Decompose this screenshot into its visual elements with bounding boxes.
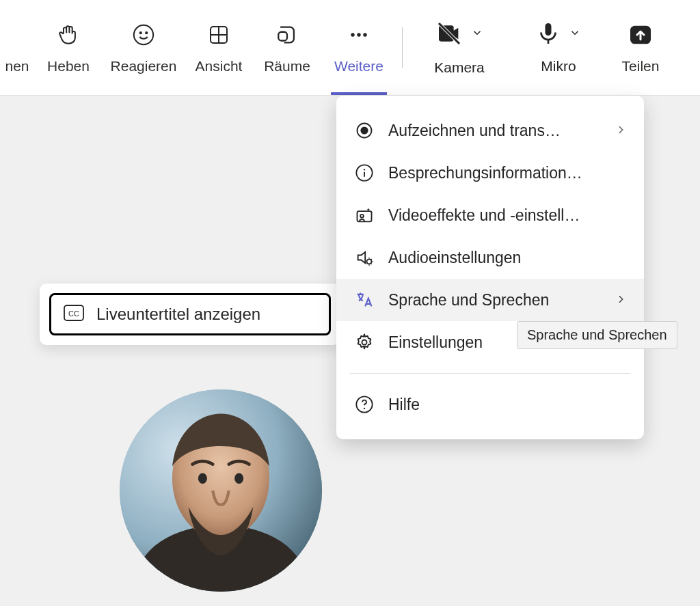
chevron-down-icon[interactable] — [471, 27, 483, 42]
tooltip-text: Sprache und Sprechen — [527, 327, 667, 342]
menu-label: Hilfe — [388, 396, 626, 414]
toolbar-label: Teilen — [622, 58, 660, 74]
toolbar-label: Kamera — [434, 59, 485, 76]
toolbar-item-rooms[interactable]: Räume — [253, 0, 321, 95]
menu-label: Audioeinstellungen — [388, 249, 626, 267]
language-submenu: CC Liveuntertitel anzeigen — [40, 284, 340, 345]
smile-icon — [132, 21, 155, 49]
toolbar-item-view[interactable]: Ansicht — [185, 0, 253, 95]
more-menu: Aufzeichnen und trans… Besprechungsinfor… — [336, 96, 644, 439]
svg-point-20 — [361, 127, 367, 133]
menu-label: Videoeffekte und -einstell… — [388, 206, 626, 225]
meeting-toolbar: nen Heben Reagieren Ansicht — [0, 0, 700, 96]
toolbar-label: Räume — [264, 58, 310, 74]
chevron-down-icon[interactable] — [569, 27, 581, 42]
toolbar-label: Weitere — [334, 58, 383, 74]
toolbar-item-react[interactable]: Reagieren — [103, 0, 185, 95]
toolbar-item-more[interactable]: Weitere — [321, 0, 396, 95]
toolbar-divider — [402, 27, 403, 68]
toolbar-item-camera[interactable]: Kamera — [408, 0, 511, 95]
video-effects-icon — [354, 205, 375, 225]
menu-separator — [350, 373, 630, 374]
rooms-icon — [275, 21, 299, 49]
speaker-gear-icon — [354, 247, 375, 268]
participant-avatar — [120, 389, 322, 592]
share-icon — [627, 21, 654, 49]
toolbar-item-raise-hand[interactable]: Heben — [34, 0, 103, 95]
mic-icon — [536, 21, 561, 49]
grid-icon — [208, 21, 230, 49]
toolbar-label: Heben — [47, 58, 90, 74]
meeting-stage: CC Liveuntertitel anzeigen Aufzeichnen u… — [0, 96, 700, 606]
svg-rect-10 — [546, 23, 552, 36]
svg-point-15 — [198, 473, 207, 484]
menu-item-record[interactable]: Aufzeichnen und trans… — [336, 109, 644, 152]
help-icon — [354, 394, 375, 415]
gear-icon — [354, 332, 375, 353]
toolbar-label: nen — [5, 58, 29, 74]
svg-point-2 — [146, 32, 147, 33]
menu-item-help[interactable]: Hilfe — [336, 383, 644, 426]
svg-point-24 — [360, 215, 364, 218]
info-icon — [354, 163, 375, 183]
svg-point-0 — [134, 25, 153, 44]
language-icon — [354, 290, 375, 310]
hand-icon — [57, 21, 80, 49]
record-icon — [354, 120, 375, 141]
menu-label: Besprechungsinformation… — [388, 164, 626, 182]
svg-point-5 — [351, 33, 354, 36]
toolbar-item-share[interactable]: Teilen — [606, 0, 675, 95]
menu-item-video-effects[interactable]: Videoeffekte und -einstell… — [336, 194, 644, 236]
svg-rect-4 — [278, 31, 287, 40]
chevron-right-icon — [615, 122, 626, 139]
svg-point-28 — [364, 408, 365, 409]
menu-item-language-speech[interactable]: Sprache und Sprechen — [336, 279, 644, 321]
svg-text:CC: CC — [68, 309, 79, 318]
chevron-right-icon — [615, 291, 626, 309]
svg-point-1 — [140, 32, 142, 33]
tooltip: Sprache und Sprechen — [517, 321, 677, 349]
svg-point-6 — [357, 33, 360, 36]
toolbar-item-mic[interactable]: Mikro — [511, 0, 606, 95]
svg-point-16 — [234, 473, 243, 484]
cc-icon: CC — [64, 305, 84, 324]
menu-label: Liveuntertitel anzeigen — [96, 305, 260, 324]
camera-off-icon — [435, 20, 463, 50]
menu-item-meeting-info[interactable]: Besprechungsinformation… — [336, 152, 644, 194]
menu-item-live-captions[interactable]: CC Liveuntertitel anzeigen — [49, 293, 331, 335]
menu-item-audio-settings[interactable]: Audioeinstellungen — [336, 236, 644, 279]
toolbar-label: Ansicht — [196, 58, 243, 74]
menu-label: Aufzeichnen und trans… — [388, 122, 602, 140]
toolbar-label: Mikro — [541, 58, 576, 74]
toolbar-item-truncated[interactable]: nen — [0, 0, 34, 95]
svg-point-26 — [362, 340, 367, 345]
menu-label: Sprache und Sprechen — [388, 291, 602, 309]
toolbar-label: Reagieren — [111, 58, 177, 74]
svg-point-7 — [363, 33, 366, 36]
dots-icon — [347, 21, 371, 49]
svg-point-22 — [364, 169, 365, 170]
svg-point-25 — [367, 259, 372, 264]
